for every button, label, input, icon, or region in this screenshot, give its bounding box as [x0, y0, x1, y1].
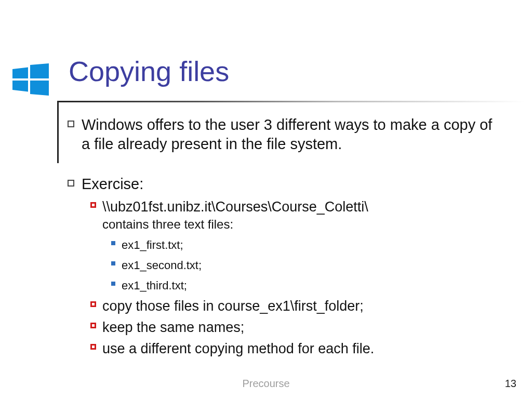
- step-text: copy those files in course_ex1\first_fol…: [102, 297, 364, 315]
- intro-text: Windows offers to the user 3 different w…: [82, 115, 504, 154]
- step-text: keep the same names;: [102, 318, 244, 337]
- bullet-red-square-icon: [90, 202, 96, 208]
- title-underline: [57, 101, 525, 102]
- bullet-square-icon: [68, 180, 74, 187]
- path-note: contains three text files:: [102, 217, 233, 231]
- bullet-square-icon: [68, 121, 74, 127]
- slide-title: Copying files: [69, 55, 229, 87]
- footer-label: Precourse: [0, 378, 532, 390]
- exercise-label: Exercise:: [82, 175, 143, 194]
- file-item: ex1_first.txt;: [122, 236, 183, 254]
- page-number: 13: [505, 378, 516, 390]
- bullet-blue-fill-icon: [111, 241, 115, 245]
- network-path: \\ubz01fst.unibz.it\Courses\Course_Colet…: [102, 199, 368, 215]
- bullet-blue-fill-icon: [111, 261, 115, 265]
- bullet-red-square-icon: [90, 344, 96, 350]
- bullet-red-square-icon: [90, 301, 96, 307]
- slide-content: Windows offers to the user 3 different w…: [68, 115, 504, 361]
- title-vertical-rule: [57, 101, 59, 163]
- file-item: ex1_second.txt;: [122, 257, 202, 274]
- file-item: ex1_third.txt;: [122, 277, 187, 294]
- bullet-red-square-icon: [90, 323, 96, 328]
- windows-logo-icon: [12, 62, 49, 91]
- bullet-blue-fill-icon: [111, 282, 115, 286]
- step-text: use a different copying method for each …: [102, 340, 374, 358]
